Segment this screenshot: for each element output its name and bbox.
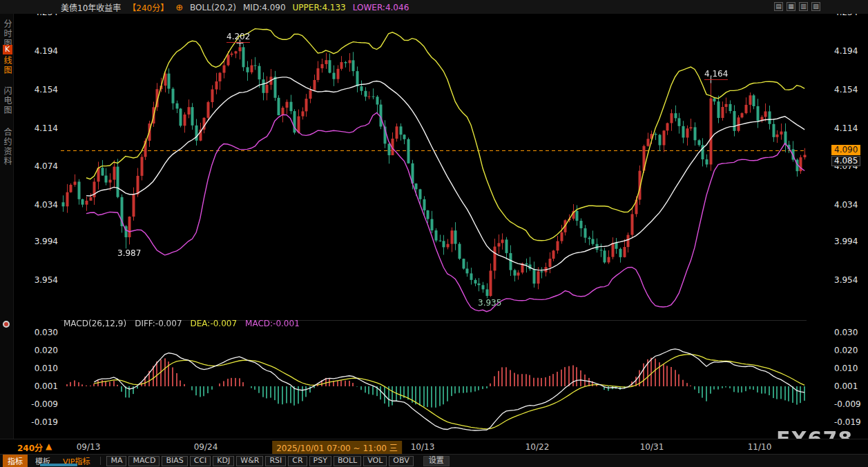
boll-mid-value: MID:4.090 bbox=[243, 3, 286, 12]
indicator-button-macd[interactable]: MACD bbox=[128, 456, 160, 466]
macd-axis-tick: -0.009 bbox=[834, 399, 863, 409]
selected-bar-time: 2025/10/01 07:00 ~ 11:00 三 bbox=[272, 441, 402, 454]
macd-axis-tick: 0.010 bbox=[834, 364, 863, 373]
price-axis-tick: 4.074 bbox=[29, 161, 58, 171]
macd-axis-tick: 0.001 bbox=[29, 381, 58, 391]
indicator-button-kdj[interactable]: KDJ bbox=[213, 456, 234, 466]
indicator-button-obv[interactable]: OBV bbox=[389, 456, 413, 466]
time-axis-label: 11/10 bbox=[748, 442, 772, 452]
price-axis-tick: 4.034 bbox=[29, 200, 58, 210]
macd-axis-tick: 0.020 bbox=[834, 346, 863, 355]
time-axis: 240分 ▲ 2025/10/01 07:00 ~ 11:00 三 09/130… bbox=[0, 439, 868, 454]
indicator-button-list: MAMACDBIASCCIKDJW&RRSICRPSYBOLLVOLOBV bbox=[106, 456, 413, 466]
tab-indicators[interactable]: 指标 bbox=[3, 455, 28, 467]
sidebar-item-label: 线图 bbox=[1, 56, 13, 75]
price-axis-tick: 4.114 bbox=[834, 123, 863, 133]
chart-canvas[interactable] bbox=[61, 14, 807, 439]
macd-axis-tick: 0.030 bbox=[834, 328, 863, 337]
indicator-button-cr[interactable]: CR bbox=[288, 456, 307, 466]
indicator-button-wr[interactable]: W&R bbox=[236, 456, 263, 466]
sidebar-item-label: 分时图 bbox=[1, 19, 13, 48]
layout-grid-icon[interactable]: ▥ bbox=[799, 2, 808, 11]
macd-axis-tick: -0.019 bbox=[29, 417, 58, 427]
layout-controls: ▤ ▦ ▥ ▧ bbox=[774, 2, 820, 11]
macd-bar-value: MACD:-0.001 bbox=[245, 319, 300, 328]
settings-button[interactable]: 设置 bbox=[423, 456, 450, 466]
layout-grid-icon[interactable]: ▤ bbox=[774, 2, 783, 11]
price-axis-tick: 4.154 bbox=[834, 85, 863, 95]
price-axis-right: 4.2344.1944.1544.1144.0744.0343.9943.954… bbox=[834, 0, 863, 467]
indicator-button-cci[interactable]: CCI bbox=[190, 456, 211, 466]
boll-upper-value: UPPER:4.133 bbox=[293, 3, 346, 12]
dropdown-arrow-icon: ▲ bbox=[46, 441, 52, 453]
time-axis-label: 10/22 bbox=[525, 442, 550, 452]
indicator-button-rsi[interactable]: RSI bbox=[265, 456, 286, 466]
k-badge: K bbox=[3, 45, 12, 54]
macd-header: MACD(26,12,9) DIFF:-0.007 DEA:-0.007 MAC… bbox=[64, 319, 300, 328]
indicator-button-ma[interactable]: MA bbox=[106, 456, 126, 466]
period-selector[interactable]: 240分 ▲ bbox=[17, 441, 52, 453]
time-axis-label: 10/31 bbox=[640, 442, 664, 452]
macd-axis-tick: 0.020 bbox=[29, 346, 58, 355]
macd-params-label: MACD(26,12,9) bbox=[64, 319, 126, 328]
price-axis-left: 4.2344.1944.1544.1144.0744.0343.9943.954… bbox=[29, 0, 58, 467]
macd-axis-tick: 0.030 bbox=[29, 328, 58, 337]
scrollbar-thumb[interactable] bbox=[40, 464, 77, 466]
topbar: 美债10年收益率 【240分】 ⊕ BOLL(20,2) MID:4.090 U… bbox=[0, 0, 868, 14]
indicator-button-vol[interactable]: VOL bbox=[363, 456, 387, 466]
time-axis-label: 10/13 bbox=[411, 442, 435, 452]
period-selector-label: 240分 bbox=[17, 441, 43, 453]
period-label: 【240分】 bbox=[128, 1, 168, 13]
sidebar-item-label: 合约资料 bbox=[1, 128, 13, 166]
time-axis-label: 09/24 bbox=[194, 442, 218, 452]
secondary-price-tag: 4.085 bbox=[831, 156, 860, 166]
chart-header: 美债10年收益率 【240分】 ⊕ BOLL(20,2) MID:4.090 U… bbox=[61, 1, 409, 13]
macd-axis-tick: 0.010 bbox=[29, 364, 58, 373]
time-axis-label: 09/13 bbox=[77, 442, 101, 452]
layout-grid-icon[interactable]: ▧ bbox=[811, 2, 820, 11]
indicator-button-bias[interactable]: BIAS bbox=[162, 456, 187, 466]
price-axis-tick: 3.994 bbox=[29, 237, 58, 246]
price-axis-tick: 4.114 bbox=[29, 123, 58, 133]
sidebar-item-flash-chart[interactable]: 闪电图 bbox=[1, 86, 13, 115]
price-axis-tick: 4.194 bbox=[29, 46, 58, 56]
record-dot-icon[interactable] bbox=[3, 321, 10, 328]
macd-diff-value: DIFF:-0.007 bbox=[135, 319, 182, 328]
toolbar-separator bbox=[100, 457, 101, 465]
price-annotation-low: 3.935 bbox=[478, 298, 501, 308]
price-axis-tick: 3.954 bbox=[834, 275, 863, 285]
price-axis-tick: 4.034 bbox=[834, 200, 863, 210]
indicator-button-boll[interactable]: BOLL bbox=[334, 456, 361, 466]
boll-indicator-label: BOLL(20,2) bbox=[190, 3, 236, 12]
last-price-tag: 4.090 bbox=[831, 145, 860, 155]
layout-grid-icon[interactable]: ▦ bbox=[787, 2, 795, 11]
sidebar: 分时图 K 线图 闪电图 合约资料 bbox=[0, 14, 14, 453]
refresh-icon[interactable]: ⊕ bbox=[175, 2, 183, 12]
sidebar-item-time-chart[interactable]: 分时图 bbox=[1, 19, 13, 48]
macd-axis-tick: -0.009 bbox=[29, 399, 58, 409]
sidebar-item-kline-chart[interactable]: K 线图 bbox=[1, 45, 13, 75]
indicator-button-psy[interactable]: PSY bbox=[309, 456, 331, 466]
boll-lower-value: LOWER:4.046 bbox=[353, 3, 409, 12]
price-axis-tick: 3.954 bbox=[29, 275, 58, 285]
bottom-toolbar: 指标 模板 VIP指标 MAMACDBIASCCIKDJW&RRSICRPSYB… bbox=[0, 454, 868, 467]
price-axis-tick: 4.154 bbox=[29, 85, 58, 95]
price-annotation-high: 4.164 bbox=[704, 69, 728, 80]
macd-dea-value: DEA:-0.007 bbox=[191, 319, 238, 328]
price-axis-tick: 3.994 bbox=[834, 237, 863, 246]
macd-axis-tick: 0.001 bbox=[834, 381, 863, 391]
sidebar-item-contract-info[interactable]: 合约资料 bbox=[1, 128, 13, 166]
price-annotation-low: 3.987 bbox=[117, 248, 141, 258]
sidebar-item-label: 闪电图 bbox=[1, 86, 13, 115]
price-axis-tick: 4.194 bbox=[834, 46, 863, 56]
price-annotation-high: 4.202 bbox=[226, 32, 250, 43]
macd-axis-tick: -0.019 bbox=[834, 417, 863, 427]
instrument-title: 美债10年收益率 bbox=[61, 1, 121, 13]
